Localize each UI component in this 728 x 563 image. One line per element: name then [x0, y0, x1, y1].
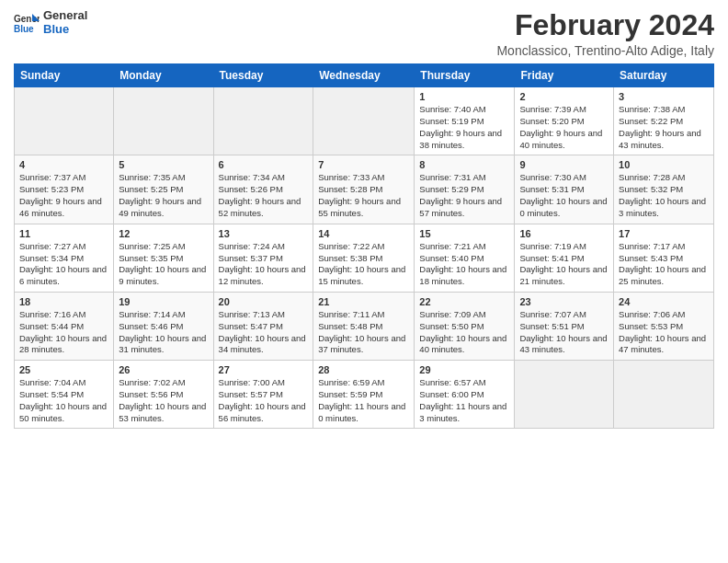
calendar-week-row: 1Sunrise: 7:40 AM Sunset: 5:19 PM Daylig…: [15, 87, 714, 155]
day-number: 28: [318, 364, 409, 375]
day-info: Sunrise: 7:27 AM Sunset: 5:34 PM Dayligh…: [19, 241, 108, 288]
day-info: Sunrise: 7:33 AM Sunset: 5:28 PM Dayligh…: [318, 172, 409, 219]
day-info: Sunrise: 7:34 AM Sunset: 5:26 PM Dayligh…: [219, 172, 309, 219]
calendar-cell: 29Sunrise: 6:57 AM Sunset: 6:00 PM Dayli…: [415, 361, 515, 429]
day-number: 7: [318, 159, 409, 170]
calendar-table: SundayMondayTuesdayWednesdayThursdayFrid…: [14, 63, 714, 429]
day-info: Sunrise: 7:06 AM Sunset: 5:53 PM Dayligh…: [619, 309, 709, 356]
calendar-cell: 17Sunrise: 7:17 AM Sunset: 5:43 PM Dayli…: [614, 224, 714, 292]
day-info: Sunrise: 7:04 AM Sunset: 5:54 PM Dayligh…: [19, 377, 108, 424]
calendar-cell: 21Sunrise: 7:11 AM Sunset: 5:48 PM Dayli…: [313, 292, 415, 360]
day-info: Sunrise: 7:37 AM Sunset: 5:23 PM Dayligh…: [19, 172, 108, 219]
day-number: 27: [219, 364, 309, 375]
calendar-header-monday: Monday: [114, 64, 213, 87]
day-info: Sunrise: 6:59 AM Sunset: 5:59 PM Dayligh…: [318, 377, 409, 424]
day-number: 22: [419, 296, 509, 307]
page-header: General Blue General Blue February 2024 …: [14, 9, 714, 58]
calendar-cell: 14Sunrise: 7:22 AM Sunset: 5:38 PM Dayli…: [313, 224, 415, 292]
calendar-cell: 10Sunrise: 7:28 AM Sunset: 5:32 PM Dayli…: [614, 155, 714, 224]
day-number: 29: [419, 364, 509, 375]
calendar-header-saturday: Saturday: [614, 64, 714, 87]
day-info: Sunrise: 7:07 AM Sunset: 5:51 PM Dayligh…: [519, 309, 609, 356]
calendar-cell: 2Sunrise: 7:39 AM Sunset: 5:20 PM Daylig…: [515, 87, 614, 155]
calendar-cell: 18Sunrise: 7:16 AM Sunset: 5:44 PM Dayli…: [15, 292, 114, 360]
calendar-cell: [313, 87, 415, 155]
calendar-cell: 6Sunrise: 7:34 AM Sunset: 5:26 PM Daylig…: [213, 155, 313, 224]
day-info: Sunrise: 7:35 AM Sunset: 5:25 PM Dayligh…: [119, 172, 208, 219]
calendar-cell: 3Sunrise: 7:38 AM Sunset: 5:22 PM Daylig…: [614, 87, 714, 155]
calendar-cell: 25Sunrise: 7:04 AM Sunset: 5:54 PM Dayli…: [15, 361, 114, 429]
logo: General Blue General Blue: [14, 9, 87, 37]
calendar-header-thursday: Thursday: [415, 64, 515, 87]
day-number: 23: [519, 296, 609, 307]
calendar-week-row: 4Sunrise: 7:37 AM Sunset: 5:23 PM Daylig…: [15, 155, 714, 224]
day-number: 10: [619, 159, 709, 170]
logo-icon: General Blue: [14, 12, 40, 34]
logo-text-blue: Blue: [43, 23, 87, 37]
day-info: Sunrise: 7:40 AM Sunset: 5:19 PM Dayligh…: [419, 104, 509, 151]
calendar-cell: 13Sunrise: 7:24 AM Sunset: 5:37 PM Dayli…: [213, 224, 313, 292]
calendar-cell: 12Sunrise: 7:25 AM Sunset: 5:35 PM Dayli…: [114, 224, 213, 292]
day-info: Sunrise: 7:17 AM Sunset: 5:43 PM Dayligh…: [619, 241, 709, 288]
calendar-cell: 28Sunrise: 6:59 AM Sunset: 5:59 PM Dayli…: [313, 361, 415, 429]
calendar-week-row: 25Sunrise: 7:04 AM Sunset: 5:54 PM Dayli…: [15, 361, 714, 429]
day-number: 16: [519, 228, 609, 239]
calendar-cell: 22Sunrise: 7:09 AM Sunset: 5:50 PM Dayli…: [415, 292, 515, 360]
calendar-cell: 26Sunrise: 7:02 AM Sunset: 5:56 PM Dayli…: [114, 361, 213, 429]
day-number: 20: [219, 296, 309, 307]
calendar-cell: 20Sunrise: 7:13 AM Sunset: 5:47 PM Dayli…: [213, 292, 313, 360]
day-number: 2: [519, 91, 609, 102]
calendar-cell: 16Sunrise: 7:19 AM Sunset: 5:41 PM Dayli…: [515, 224, 614, 292]
day-number: 8: [419, 159, 509, 170]
day-number: 18: [19, 296, 108, 307]
day-number: 21: [318, 296, 409, 307]
calendar-cell: [114, 87, 213, 155]
day-info: Sunrise: 7:31 AM Sunset: 5:29 PM Dayligh…: [419, 172, 509, 219]
day-number: 1: [419, 91, 509, 102]
calendar-header-friday: Friday: [515, 64, 614, 87]
day-info: Sunrise: 6:57 AM Sunset: 6:00 PM Dayligh…: [419, 377, 509, 424]
calendar-cell: 4Sunrise: 7:37 AM Sunset: 5:23 PM Daylig…: [15, 155, 114, 224]
calendar-header-sunday: Sunday: [15, 64, 114, 87]
calendar-week-row: 18Sunrise: 7:16 AM Sunset: 5:44 PM Dayli…: [15, 292, 714, 360]
day-number: 14: [318, 228, 409, 239]
location-subtitle: Monclassico, Trentino-Alto Adige, Italy: [496, 43, 714, 58]
day-number: 26: [119, 364, 208, 375]
calendar-header-wednesday: Wednesday: [313, 64, 415, 87]
day-info: Sunrise: 7:30 AM Sunset: 5:31 PM Dayligh…: [519, 172, 609, 219]
calendar-cell: 27Sunrise: 7:00 AM Sunset: 5:57 PM Dayli…: [213, 361, 313, 429]
calendar-header-row: SundayMondayTuesdayWednesdayThursdayFrid…: [15, 64, 714, 87]
calendar-cell: 15Sunrise: 7:21 AM Sunset: 5:40 PM Dayli…: [415, 224, 515, 292]
day-info: Sunrise: 7:21 AM Sunset: 5:40 PM Dayligh…: [419, 241, 509, 288]
calendar-cell: 5Sunrise: 7:35 AM Sunset: 5:25 PM Daylig…: [114, 155, 213, 224]
day-info: Sunrise: 7:38 AM Sunset: 5:22 PM Dayligh…: [619, 104, 709, 151]
day-number: 17: [619, 228, 709, 239]
day-number: 9: [519, 159, 609, 170]
day-info: Sunrise: 7:22 AM Sunset: 5:38 PM Dayligh…: [318, 241, 409, 288]
day-number: 13: [219, 228, 309, 239]
day-info: Sunrise: 7:39 AM Sunset: 5:20 PM Dayligh…: [519, 104, 609, 151]
calendar-cell: [614, 361, 714, 429]
day-number: 19: [119, 296, 208, 307]
calendar-week-row: 11Sunrise: 7:27 AM Sunset: 5:34 PM Dayli…: [15, 224, 714, 292]
day-number: 24: [619, 296, 709, 307]
calendar-cell: [213, 87, 313, 155]
day-info: Sunrise: 7:28 AM Sunset: 5:32 PM Dayligh…: [619, 172, 709, 219]
day-info: Sunrise: 7:16 AM Sunset: 5:44 PM Dayligh…: [19, 309, 108, 356]
day-number: 3: [619, 91, 709, 102]
day-info: Sunrise: 7:09 AM Sunset: 5:50 PM Dayligh…: [419, 309, 509, 356]
calendar-cell: 24Sunrise: 7:06 AM Sunset: 5:53 PM Dayli…: [614, 292, 714, 360]
day-info: Sunrise: 7:02 AM Sunset: 5:56 PM Dayligh…: [119, 377, 208, 424]
calendar-cell: 1Sunrise: 7:40 AM Sunset: 5:19 PM Daylig…: [415, 87, 515, 155]
calendar-cell: 23Sunrise: 7:07 AM Sunset: 5:51 PM Dayli…: [515, 292, 614, 360]
day-number: 15: [419, 228, 509, 239]
calendar-body: 1Sunrise: 7:40 AM Sunset: 5:19 PM Daylig…: [15, 87, 714, 429]
calendar-cell: 9Sunrise: 7:30 AM Sunset: 5:31 PM Daylig…: [515, 155, 614, 224]
day-info: Sunrise: 7:19 AM Sunset: 5:41 PM Dayligh…: [519, 241, 609, 288]
day-number: 6: [219, 159, 309, 170]
title-block: February 2024 Monclassico, Trentino-Alto…: [496, 9, 714, 58]
day-info: Sunrise: 7:14 AM Sunset: 5:46 PM Dayligh…: [119, 309, 208, 356]
calendar-cell: [515, 361, 614, 429]
calendar-cell: [15, 87, 114, 155]
day-info: Sunrise: 7:24 AM Sunset: 5:37 PM Dayligh…: [219, 241, 309, 288]
